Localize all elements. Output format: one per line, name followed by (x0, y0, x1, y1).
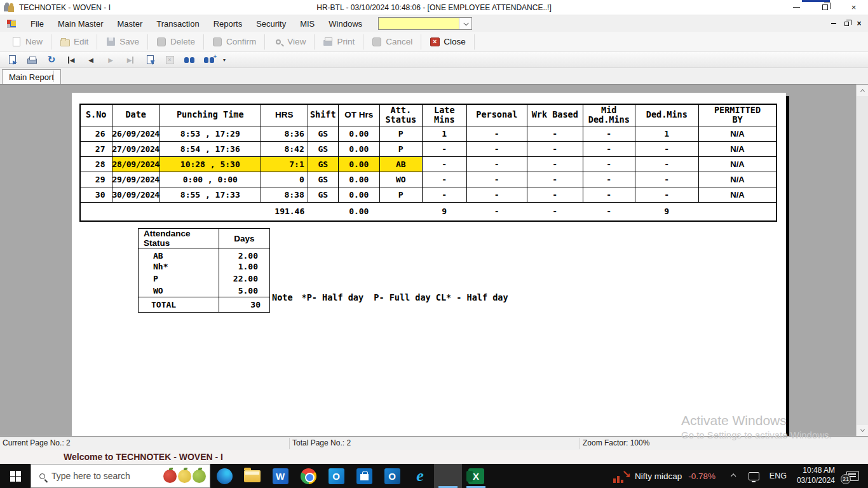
word-icon: W (273, 468, 288, 484)
scroll-down-button[interactable] (857, 425, 868, 436)
print-icon (323, 37, 333, 47)
tab-main-report[interactable]: Main Report (2, 69, 61, 84)
taskbar-excel[interactable]: X (462, 464, 490, 488)
toolbar-button-label: Cancel (386, 37, 412, 46)
close-button[interactable]: ×Close (423, 34, 472, 50)
mdi-minimize-button[interactable] (827, 18, 840, 29)
taskbar-outlook[interactable]: O (322, 464, 350, 488)
main-toolbar: NewEditSaveDeleteConfirmViewPrintCancel×… (0, 32, 868, 52)
totals-cell: 9 (635, 202, 698, 221)
menu-windows[interactable]: Windows (322, 17, 369, 31)
summary-total-value: 30 (219, 297, 270, 312)
mdi-close-button[interactable]: × (853, 18, 865, 29)
zoom-dropdown-caret[interactable]: ▾ (223, 57, 226, 63)
notification-center-icon[interactable]: 21 (846, 471, 859, 481)
mdi-restore-button[interactable] (840, 18, 853, 29)
language-indicator[interactable]: ENG (770, 471, 787, 480)
table-cell: 0.00 (338, 172, 379, 187)
taskbar-search[interactable]: Type here to search (31, 464, 210, 488)
save-button: Save (99, 34, 146, 50)
table-cell: 1 (635, 126, 698, 141)
table-header-row: S.NoDatePunching TimeHRSShiftOT HrsAtt. … (80, 104, 776, 126)
ticker-change[interactable]: -0.78% (688, 471, 715, 481)
taskbar-outlook-2[interactable]: O (378, 464, 406, 488)
taskbar-file-explorer[interactable] (238, 464, 266, 488)
taskbar-internet-explorer[interactable]: e (406, 464, 434, 488)
menu-security[interactable]: Security (249, 17, 293, 31)
toolbar-button-label: View (287, 37, 306, 46)
table-cell: - (466, 156, 527, 172)
prev-page-button[interactable]: ◀ (85, 54, 97, 65)
table-cell: GS (308, 126, 338, 141)
table-cell: - (422, 172, 466, 187)
table-cell: 28 (80, 156, 112, 172)
column-header: Ded.Mins (635, 104, 698, 126)
menu-master[interactable]: Master (110, 17, 149, 31)
find-button[interactable] (184, 54, 195, 65)
table-cell: P (379, 187, 422, 202)
table-cell: - (422, 187, 466, 202)
first-page-button[interactable]: ◀ (65, 54, 77, 65)
menu-transaction[interactable]: Transaction (149, 17, 206, 31)
table-cell: - (635, 172, 698, 187)
menu-bar: File Main Master Master Transaction Repo… (0, 15, 868, 32)
close-button[interactable]: × (839, 0, 868, 15)
totals-cell (308, 202, 338, 221)
export-report-button[interactable] (6, 54, 18, 65)
ticker-label[interactable]: Nifty midcap (635, 471, 682, 481)
table-cell: 8:55 , 17:33 (159, 187, 261, 202)
next-page-button[interactable]: ▶ (105, 54, 116, 65)
clock[interactable]: 10:48 AM 03/10/2024 (797, 466, 835, 485)
table-cell: - (527, 141, 583, 156)
print-report-button[interactable] (26, 54, 37, 65)
confirm-icon (212, 37, 222, 47)
minimize-button[interactable] (782, 0, 811, 15)
table-cell: 26/09/2024 (112, 126, 159, 141)
taskbar-hr-app-active[interactable] (434, 464, 462, 488)
note-label: Note (272, 292, 293, 302)
red-apple-icon (163, 470, 177, 483)
combobox-dropdown-button[interactable] (459, 18, 471, 29)
tab-separator (53, 71, 54, 82)
table-cell: - (635, 141, 698, 156)
summary-header-row: Attendance StatusDays (139, 229, 270, 248)
taskbar-chrome[interactable] (294, 464, 322, 488)
table-cell: P (379, 141, 422, 156)
menu-reports[interactable]: Reports (207, 17, 250, 31)
tray-expand-chevron-icon[interactable] (731, 474, 736, 479)
table-totals-row: 191.460.009---9 (80, 202, 776, 221)
taskbar-word[interactable]: W (266, 464, 294, 488)
tray-date: 03/10/2024 (797, 476, 835, 486)
taskbar-store[interactable] (350, 464, 378, 488)
last-page-button[interactable]: ▶ (125, 54, 136, 65)
prev-page-icon: ◀ (88, 57, 93, 64)
column-header: Mid Ded.Mins (583, 104, 635, 126)
status-total-page: Total Page No.: 2 (292, 438, 351, 447)
status-separator (580, 438, 580, 449)
start-button[interactable] (0, 464, 31, 488)
attendance-summary-table: Attendance StatusDaysAB2.00Nh*1.00P22.00… (138, 228, 270, 313)
scroll-up-button[interactable] (857, 85, 868, 96)
column-header: S.No (80, 104, 112, 126)
network-display-icon[interactable] (749, 472, 759, 480)
table-cell: AB (379, 156, 422, 172)
toolbar-separator (203, 34, 204, 50)
summary-cell: P (139, 273, 219, 285)
taskbar-edge[interactable] (210, 464, 238, 488)
refresh-button[interactable]: ↻ (46, 54, 57, 65)
application-window: TECHNOTEK - WOVEN - I HR-BTL - 03/10/202… (0, 0, 868, 488)
goto-page-button[interactable] (144, 54, 156, 65)
restore-button[interactable] (811, 0, 839, 15)
vertical-scrollbar[interactable] (856, 85, 868, 436)
table-cell: - (583, 187, 635, 202)
printer-icon (27, 58, 37, 64)
edit-button: Edit (53, 34, 95, 50)
menu-file[interactable]: File (24, 17, 51, 31)
table-cell: 0:00 , 0:00 (159, 172, 261, 187)
menu-mis[interactable]: MIS (293, 17, 322, 31)
menu-main-master[interactable]: Main Master (51, 17, 111, 31)
zoom-button[interactable]: + (203, 54, 215, 65)
toolbar-separator (51, 34, 51, 50)
microsoft-store-icon (356, 468, 372, 484)
quick-jump-combobox[interactable] (378, 17, 472, 30)
